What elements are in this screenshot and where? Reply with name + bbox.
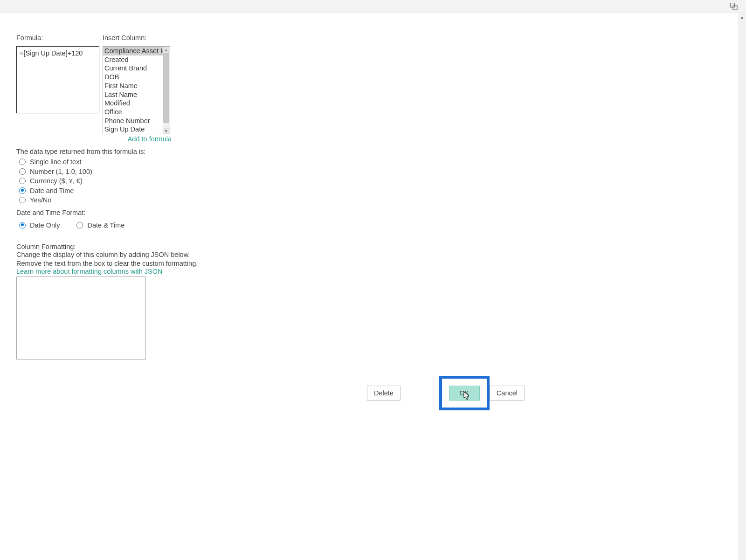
datatype-option[interactable]: Date and Time (19, 187, 730, 194)
radio-icon[interactable] (76, 222, 83, 228)
svg-rect-0 (731, 3, 735, 7)
add-to-formula-link[interactable]: Add to formula (104, 135, 172, 143)
scroll-up-icon[interactable]: ▴ (163, 47, 170, 53)
list-item[interactable]: Current Brand (103, 64, 170, 73)
datatype-option[interactable]: Number (1, 1.0, 100) (19, 168, 730, 175)
datatype-radio-group: Single line of textNumber (1, 1.0, 100)C… (16, 158, 730, 204)
dtf-option[interactable]: Date & Time (76, 221, 124, 229)
top-bar (0, 0, 746, 13)
insert-column-label: Insert Column: (103, 34, 172, 41)
formula-input[interactable] (16, 46, 99, 113)
radio-icon[interactable] (19, 159, 26, 165)
learn-more-link[interactable]: Learn more about formatting columns with… (16, 268, 730, 275)
form-panel: Formula: Insert Column: Compliance Asset… (0, 13, 746, 361)
button-bar: Delete OK Cancel (16, 376, 525, 410)
list-item[interactable]: Modified (103, 99, 170, 108)
listbox-scrollbar[interactable]: ▴ ▾ (163, 47, 170, 134)
datatype-intro-label: The data type returned from this formula… (16, 148, 730, 155)
list-item[interactable]: Compliance Asset Id (103, 47, 170, 55)
list-item[interactable]: Last Name (103, 90, 170, 99)
list-item[interactable]: Office (103, 108, 170, 117)
json-formatting-input[interactable] (16, 277, 146, 360)
scrollbar-thumb[interactable] (163, 53, 169, 123)
ok-highlight-frame: OK (439, 376, 490, 410)
expand-icon[interactable] (730, 3, 738, 10)
radio-label: Single line of text (30, 158, 81, 166)
radio-label: Currency ($, ¥, €) (30, 177, 83, 185)
delete-button[interactable]: Delete (367, 386, 401, 401)
column-formatting-desc2: Remove the text from the box to clear th… (16, 259, 730, 268)
dtf-option[interactable]: Date Only (19, 221, 60, 229)
svg-rect-1 (733, 6, 737, 10)
radio-icon[interactable] (19, 197, 26, 203)
column-formatting-label: Column Formatting: (16, 243, 730, 250)
radio-label: Number (1, 1.0, 100) (30, 168, 92, 175)
radio-icon[interactable] (19, 187, 26, 194)
cancel-button[interactable]: Cancel (490, 386, 525, 401)
radio-icon[interactable] (19, 222, 26, 228)
list-item[interactable]: Phone Number (103, 117, 170, 125)
radio-label: Date Only (30, 221, 60, 229)
datatype-option[interactable]: Currency ($, ¥, €) (19, 177, 730, 185)
radio-icon[interactable] (19, 178, 26, 184)
formula-label: Formula: (16, 34, 99, 41)
scroll-down-icon[interactable]: ▾ (163, 128, 170, 134)
radio-icon[interactable] (19, 168, 26, 175)
datatype-option[interactable]: Single line of text (19, 158, 730, 166)
datetime-format-radio-group: Date OnlyDate & Time (16, 219, 730, 231)
list-item[interactable]: First Name (103, 82, 170, 90)
datatype-option[interactable]: Yes/No (19, 196, 730, 204)
list-item[interactable]: DOB (103, 73, 170, 82)
insert-column-listbox[interactable]: Compliance Asset IdCreatedCurrent BrandD… (103, 46, 170, 134)
radio-label: Yes/No (30, 196, 51, 204)
column-formatting-desc1: Change the display of this column by add… (16, 250, 730, 259)
radio-label: Date & Time (87, 221, 124, 229)
list-item[interactable]: Sign Up Date (103, 125, 170, 134)
radio-label: Date and Time (30, 187, 74, 194)
list-item[interactable]: Created (103, 55, 170, 64)
datetime-format-label: Date and Time Format: (16, 209, 730, 216)
ok-button[interactable]: OK (449, 386, 480, 401)
